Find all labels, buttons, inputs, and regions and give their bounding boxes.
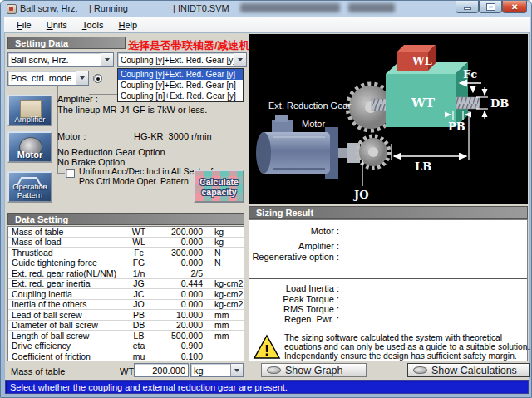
data-setting-table: Mass of tableWT200.000kgMass of loadWL0.… bbox=[7, 226, 244, 361]
chevron-down-icon[interactable] bbox=[101, 53, 113, 66]
chevron-down-icon[interactable] bbox=[234, 53, 246, 66]
table-row[interactable]: Ext. red. gear inertiaJG0.444kg-cm2 bbox=[8, 279, 244, 290]
run-status: | Running bbox=[89, 3, 128, 13]
mechanism-diagram-svg: WL WT Ext. Reduction Gear Motor Fc DB PB bbox=[249, 34, 528, 204]
mode-dropdown[interactable]: Pos. ctrl. mode bbox=[7, 71, 89, 86]
result-divider bbox=[249, 278, 527, 279]
table-row[interactable]: Length of ball screwLB500.000mm bbox=[8, 331, 244, 341]
dropdown-option[interactable]: Coupling [y]+Ext. Red. Gear [n] bbox=[118, 80, 243, 91]
operation-button-label2: Pattern bbox=[17, 190, 43, 199]
dropdown-option[interactable]: Coupling [y]+Ext. Red. Gear [y] bbox=[118, 69, 243, 80]
table-row[interactable]: Inertia of the othersJO0.000kg-cm2 bbox=[8, 300, 244, 311]
result-load-inertia-label: Load Inertia : bbox=[249, 283, 339, 293]
show-graph-button[interactable]: Show Graph bbox=[261, 363, 367, 377]
menu-help[interactable]: Help bbox=[111, 19, 145, 31]
file-name: | INIDT0.SVM bbox=[173, 3, 229, 13]
unit-dropdown[interactable]: kg bbox=[190, 363, 244, 377]
cell-value: 20.000 bbox=[155, 320, 203, 330]
cell-label: Coefficient of friction bbox=[8, 351, 123, 361]
warning-text-line2: equations and can only be used as a guid… bbox=[284, 342, 530, 351]
table-row[interactable]: Drive efficiencyeta0.900 bbox=[8, 341, 244, 352]
mode-dropdown-value: Pos. ctrl. mode bbox=[8, 73, 76, 83]
app-icon bbox=[7, 4, 17, 14]
table-row[interactable]: Lead of ball screwPB10.000mm bbox=[8, 310, 244, 321]
uniform-accdec-checkbox[interactable] bbox=[66, 169, 75, 178]
cell-unit: kg-cm2 bbox=[203, 289, 244, 299]
close-button[interactable]: ✕ bbox=[502, 1, 527, 13]
show-calculations-button[interactable]: Show Calculations bbox=[407, 363, 530, 377]
cell-symbol: 1/n bbox=[123, 268, 155, 278]
motor-button[interactable]: Motor bbox=[7, 131, 52, 163]
motor-label: Motor : bbox=[57, 131, 86, 141]
cell-symbol: FG bbox=[123, 258, 155, 268]
setting-data-header: Setting Data bbox=[7, 37, 126, 49]
cell-value: 0.900 bbox=[155, 341, 203, 351]
dropdown-option[interactable]: Coupling [n]+Ext. Red. Gear [y] bbox=[118, 91, 243, 101]
result-peak-torque-label: Peak Torque : bbox=[249, 294, 339, 304]
menu-file[interactable]: File bbox=[9, 19, 39, 31]
svg-text:!: ! bbox=[264, 342, 269, 359]
table-row[interactable]: Guide tightening forceFG0.000N bbox=[8, 258, 244, 269]
amplifier-button[interactable]: Amplifier bbox=[7, 95, 52, 126]
cell-label: Thrustload bbox=[8, 248, 123, 258]
diagram-label-jo: JO bbox=[353, 189, 368, 201]
cell-value: 300.000 bbox=[155, 248, 203, 258]
diagram-label-wt: WT bbox=[411, 96, 436, 111]
cell-label: Ext. red. gear inertia bbox=[8, 278, 123, 288]
title-bar: Ball scrw, Hrz. | Running | INIDT0.SVM ✕ bbox=[1, 1, 531, 17]
cell-value: 10.000 bbox=[155, 310, 203, 320]
cell-value: 0.000 bbox=[155, 258, 203, 268]
cell-unit: mm bbox=[203, 331, 244, 341]
blurred-watermark bbox=[240, 3, 340, 12]
table-row[interactable]: Coefficient of frictionmu0.100 bbox=[8, 351, 244, 361]
operation-radio[interactable] bbox=[93, 74, 102, 83]
cell-value: 0.000 bbox=[155, 289, 203, 299]
menu-tools[interactable]: Tools bbox=[75, 19, 111, 31]
diagram-label-ext-gear: Ext. Reduction Gear bbox=[268, 101, 351, 111]
cell-value: 500.000 bbox=[155, 331, 203, 341]
result-regen-pwr-label: Regen. Pwr. : bbox=[249, 314, 339, 324]
cell-symbol: WL bbox=[123, 237, 155, 247]
mechanism-dropdown[interactable]: Ball scrw, Hrz. bbox=[7, 52, 114, 67]
cell-symbol: DB bbox=[123, 320, 155, 330]
chevron-down-icon[interactable] bbox=[230, 364, 243, 376]
table-row[interactable]: Mass of tableWT200.000kg bbox=[8, 227, 244, 238]
lens-icon bbox=[267, 366, 281, 374]
mass-of-table-input[interactable] bbox=[134, 363, 189, 377]
table-row[interactable]: Diameter of ball screwDB20.000mm bbox=[8, 321, 244, 332]
cell-label: Length of ball screw bbox=[8, 331, 123, 341]
calculate-label-line1: Calculate bbox=[200, 177, 239, 187]
cell-label: Guide tightening force bbox=[8, 258, 123, 268]
maximize-button[interactable] bbox=[479, 1, 502, 13]
cell-value: 0.444 bbox=[155, 278, 203, 288]
application-window: Ball scrw, Hrz. | Running | INIDT0.SVM ✕… bbox=[0, 0, 532, 398]
operation-pattern-button[interactable]: Operation Pattern bbox=[7, 171, 52, 203]
minimize-icon bbox=[464, 7, 471, 10]
table-row[interactable]: Coupling inertiaJC0.000kg-cm2 bbox=[8, 289, 244, 300]
cell-value: 0.100 bbox=[155, 351, 203, 361]
show-graph-label: Show Graph bbox=[285, 365, 342, 376]
cell-symbol: Fc bbox=[123, 248, 155, 258]
result-regen-option-label: Regenerative option : bbox=[249, 252, 339, 262]
calculate-capacity-button[interactable]: Calculate capacity bbox=[194, 170, 244, 203]
minimize-button[interactable] bbox=[456, 1, 479, 13]
table-row[interactable]: Ext. red. gear ratio(NL/NM)1/n2/5 bbox=[8, 268, 244, 279]
diagram-label-pb: PB bbox=[448, 120, 466, 133]
cell-unit: mm bbox=[203, 310, 244, 320]
mechanism-diagram: WL WT Ext. Reduction Gear Motor Fc DB PB bbox=[249, 34, 528, 204]
menu-units[interactable]: Units bbox=[39, 19, 75, 31]
cell-symbol: JC bbox=[123, 289, 155, 299]
cell-unit: mm bbox=[203, 320, 244, 330]
cell-label: Lead of ball screw bbox=[8, 310, 123, 320]
table-row[interactable]: ThrustloadFc300.000N bbox=[8, 248, 244, 258]
checkbox-label-line2: Pos Ctrl Mode Oper. Pattern bbox=[79, 176, 189, 186]
mechanism-dropdown-value: Ball scrw, Hrz. bbox=[8, 55, 101, 65]
diagram-label-lb: LB bbox=[415, 160, 431, 173]
window-title: Ball scrw, Hrz. bbox=[20, 3, 78, 13]
chevron-down-icon[interactable] bbox=[76, 71, 88, 85]
table-row[interactable]: Mass of loadWL0.000kg bbox=[8, 238, 244, 248]
warning-icon: ! bbox=[253, 334, 281, 361]
cell-symbol: JG bbox=[123, 278, 155, 288]
menu-bar: File Units Tools Help bbox=[4, 17, 530, 32]
coupling-dropdown[interactable]: Coupling [y]+Ext. Red. Gear [y] bbox=[117, 52, 247, 67]
